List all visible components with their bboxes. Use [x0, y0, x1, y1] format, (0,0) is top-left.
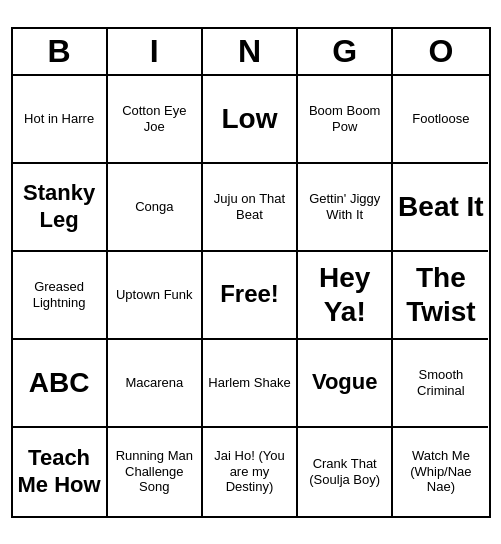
bingo-cell-2: Low — [203, 76, 298, 164]
bingo-letter-N: N — [203, 29, 298, 74]
bingo-header: BINGO — [13, 29, 489, 76]
bingo-cell-10: Greased Lightning — [13, 252, 108, 340]
bingo-cell-16: Macarena — [108, 340, 203, 428]
bingo-cell-19: Smooth Criminal — [393, 340, 488, 428]
bingo-letter-I: I — [108, 29, 203, 74]
bingo-cell-11: Uptown Funk — [108, 252, 203, 340]
bingo-cell-15: ABC — [13, 340, 108, 428]
bingo-letter-O: O — [393, 29, 488, 74]
bingo-cell-9: Beat It — [393, 164, 488, 252]
bingo-cell-13: Hey Ya! — [298, 252, 393, 340]
bingo-card: BINGO Hot in HarreCotton Eye JoeLowBoom … — [11, 27, 491, 518]
bingo-cell-3: Boom Boom Pow — [298, 76, 393, 164]
bingo-cell-0: Hot in Harre — [13, 76, 108, 164]
bingo-letter-G: G — [298, 29, 393, 74]
bingo-cell-8: Gettin' Jiggy With It — [298, 164, 393, 252]
bingo-letter-B: B — [13, 29, 108, 74]
bingo-cell-14: The Twist — [393, 252, 488, 340]
bingo-grid: Hot in HarreCotton Eye JoeLowBoom Boom P… — [13, 76, 489, 516]
bingo-cell-17: Harlem Shake — [203, 340, 298, 428]
bingo-cell-18: Vogue — [298, 340, 393, 428]
bingo-cell-20: Teach Me How — [13, 428, 108, 516]
bingo-cell-4: Footloose — [393, 76, 488, 164]
bingo-cell-21: Running Man Challenge Song — [108, 428, 203, 516]
bingo-cell-1: Cotton Eye Joe — [108, 76, 203, 164]
bingo-cell-23: Crank That (Soulja Boy) — [298, 428, 393, 516]
bingo-cell-6: Conga — [108, 164, 203, 252]
bingo-cell-24: Watch Me (Whip/Nae Nae) — [393, 428, 488, 516]
bingo-cell-5: Stanky Leg — [13, 164, 108, 252]
bingo-cell-12: Free! — [203, 252, 298, 340]
bingo-cell-22: Jai Ho! (You are my Destiny) — [203, 428, 298, 516]
bingo-cell-7: Juju on That Beat — [203, 164, 298, 252]
